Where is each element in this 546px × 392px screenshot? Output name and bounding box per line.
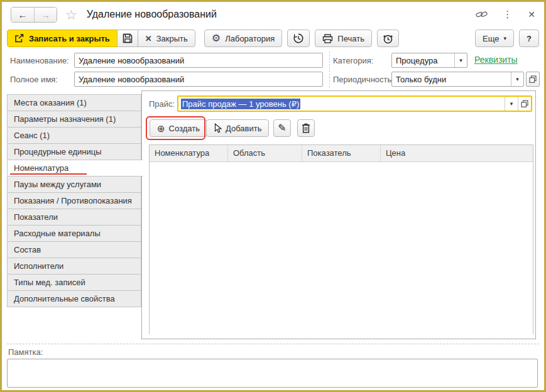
column-header-price[interactable]: Цена <box>381 145 533 161</box>
toolbar: Записать и закрыть ✕ Закрыть ⚙ Лаборатор… <box>7 29 539 48</box>
tab-session[interactable]: Сеанс (1) <box>7 127 141 144</box>
table-body-empty[interactable] <box>150 162 533 335</box>
laboratory-label: Лаборатория <box>225 34 275 43</box>
periodicity-combobox[interactable]: Только будни ▾ <box>391 72 524 87</box>
link-icon[interactable] <box>476 10 488 19</box>
price-field-label: Прайс: <box>149 99 175 109</box>
price-value: Прайс продаж — 1 уровень (₽) <box>180 99 505 109</box>
tab-pauses[interactable]: Паузы между услугами <box>7 176 141 193</box>
save-and-close-button[interactable]: Записать и закрыть <box>7 30 117 47</box>
history-nav-group: ← → <box>11 7 57 23</box>
column-header-area[interactable]: Область <box>228 145 302 161</box>
tab-label: Места оказания (1) <box>14 98 87 107</box>
tab-label: Состав <box>14 245 41 254</box>
tab-med-record-types[interactable]: Типы мед. записей <box>7 274 141 291</box>
close-button[interactable]: ✕ Закрыть <box>138 30 195 47</box>
tab-label: Параметры назначения (1) <box>14 114 116 124</box>
form-window: ← → ☆ Удаление новообразований ⋮ ✕ <box>0 0 546 392</box>
edit-button[interactable]: ✎ <box>273 119 291 137</box>
history-clock-icon <box>293 33 304 44</box>
close-window-icon[interactable]: ✕ <box>528 9 535 19</box>
reminder-button[interactable] <box>377 30 399 47</box>
tab-places[interactable]: Места оказания (1) <box>7 94 141 111</box>
tab-label: Типы мед. записей <box>14 278 85 287</box>
periodicity-value: Только будни <box>392 75 511 84</box>
forward-button[interactable]: → <box>34 8 57 22</box>
more-actions-label: Еще <box>483 34 499 43</box>
tab-label: Дополнительные свойства <box>14 294 115 303</box>
nomenclature-panel: Прайс: Прайс продаж — 1 уровень (₽) ▾ ⊕ … <box>141 90 536 339</box>
favorite-star-icon[interactable]: ☆ <box>65 8 77 21</box>
laboratory-button[interactable]: ⚙ Лаборатория <box>204 30 283 47</box>
column-header-nomenclature[interactable]: Номенклатура <box>150 145 228 161</box>
save-button-group: Записать и закрыть ✕ Закрыть <box>7 30 195 47</box>
tab-procedure-units[interactable]: Процедурные единицы <box>7 143 141 160</box>
name-input[interactable] <box>74 53 323 68</box>
requisites-link[interactable]: Реквизиты <box>474 55 518 65</box>
back-button[interactable]: ← <box>11 8 34 22</box>
forward-arrow-icon: → <box>41 9 50 20</box>
tab-label: Процедурные единицы <box>14 147 102 156</box>
print-button[interactable]: Печать <box>315 30 372 47</box>
tab-label: Паузы между услугами <box>14 180 101 189</box>
tab-label: Сеанс (1) <box>14 131 50 140</box>
save-and-close-label: Записать и закрыть <box>29 34 110 43</box>
printer-icon <box>322 34 333 43</box>
close-x-icon: ✕ <box>145 34 152 43</box>
tab-label: Показания / Противопоказания <box>14 196 132 205</box>
footer-splitter <box>7 344 539 344</box>
price-combobox[interactable]: Прайс продаж — 1 уровень (₽) ▾ <box>177 95 532 112</box>
chevron-down-icon: ▾ <box>504 35 507 41</box>
periodicity-open-button[interactable] <box>526 72 540 87</box>
floppy-disk-icon <box>123 33 133 43</box>
fullname-input[interactable] <box>74 72 323 87</box>
fields-splitter <box>329 52 330 88</box>
tab-assignment-params[interactable]: Параметры назначения (1) <box>7 111 141 128</box>
alarm-clock-icon <box>383 33 393 44</box>
category-combobox[interactable]: Процедура ▾ <box>391 53 467 68</box>
cursor-pointer-icon <box>214 123 222 133</box>
add-button[interactable]: Добавить <box>206 119 269 137</box>
tab-label: Номенклатура <box>14 163 68 173</box>
history-button[interactable] <box>287 30 310 47</box>
category-dropdown-icon[interactable]: ▾ <box>454 53 467 67</box>
help-label: ? <box>527 34 532 43</box>
page-title: Удаление новообразований <box>87 9 217 20</box>
tab-consumables[interactable]: Расходные материалы <box>7 225 141 242</box>
tab-composition[interactable]: Состав <box>7 241 141 258</box>
open-form-icon <box>529 75 537 83</box>
help-button[interactable]: ? <box>519 30 539 47</box>
category-value: Процедура <box>392 56 454 65</box>
tab-indications[interactable]: Показания / Противопоказания <box>7 192 141 209</box>
more-actions-button[interactable]: Еще ▾ <box>475 30 514 47</box>
more-menu-icon[interactable]: ⋮ <box>503 9 513 20</box>
nomenclature-table[interactable]: Номенклатура Область Показатель Цена <box>149 144 533 334</box>
back-arrow-icon: ← <box>18 9 28 20</box>
price-selected-text: Прайс продаж — 1 уровень (₽) <box>181 99 300 109</box>
price-open-button[interactable] <box>518 97 531 111</box>
column-header-indicator[interactable]: Показатель <box>302 145 381 161</box>
tab-nomenclature[interactable]: Номенклатура <box>7 160 143 177</box>
gear-icon: ⚙ <box>212 33 221 43</box>
print-label: Печать <box>337 34 364 43</box>
section-tabs: Места оказания (1) Параметры назначения … <box>7 94 141 307</box>
memo-textarea[interactable] <box>7 359 538 388</box>
price-dropdown-icon[interactable]: ▾ <box>505 97 518 111</box>
fullname-field-label: Полное имя: <box>10 75 58 84</box>
title-bar: ← → ☆ Удаление новообразований ⋮ ✕ <box>2 2 544 27</box>
tab-indicators[interactable]: Показатели <box>7 209 141 226</box>
memo-field-label: Памятка: <box>8 347 43 357</box>
trash-icon <box>302 123 310 133</box>
delete-button[interactable] <box>297 119 315 137</box>
close-button-label: Закрыть <box>156 34 188 43</box>
table-header-row: Номенклатура Область Показатель Цена <box>150 145 533 162</box>
create-button[interactable]: ⊕ Создать <box>150 119 207 137</box>
save-button[interactable] <box>117 30 138 47</box>
tab-additional-properties[interactable]: Дополнительные свойства <box>7 290 141 307</box>
annotation-underline <box>10 173 87 175</box>
tab-performers[interactable]: Исполнители <box>7 258 141 275</box>
category-field-label: Категория: <box>333 56 373 65</box>
save-and-close-icon <box>14 34 25 43</box>
add-label: Добавить <box>226 124 261 133</box>
periodicity-dropdown-icon[interactable]: ▾ <box>511 72 523 86</box>
